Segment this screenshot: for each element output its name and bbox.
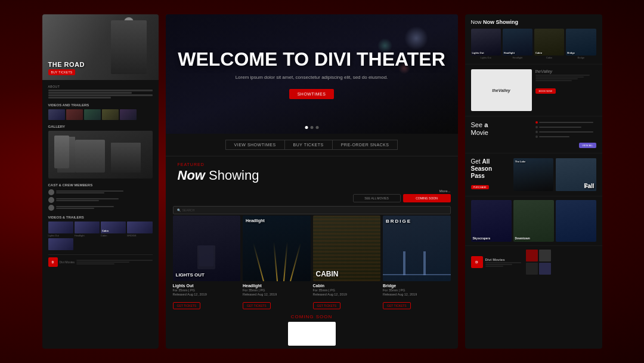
right-movie-label-2: Headlight bbox=[503, 56, 532, 59]
valley-text-lines bbox=[535, 75, 596, 81]
movie-name-bridge: Bridge bbox=[383, 284, 451, 288]
right-thumb-bridge[interactable]: Bridge bbox=[566, 29, 596, 56]
more-section: More... bbox=[166, 189, 458, 194]
movie-poster-cabin[interactable]: Cabin bbox=[313, 216, 381, 281]
right-footer-title: Divi Movies bbox=[485, 258, 521, 262]
showtimes-button[interactable]: SHOWTIMES bbox=[289, 89, 335, 99]
right-the-valley: theValley theValley BOOK NOW bbox=[471, 69, 596, 111]
now-text: Now bbox=[471, 19, 484, 25]
search-bar[interactable]: 🔍 SEARCH bbox=[173, 206, 451, 214]
search-placeholder: SEARCH bbox=[182, 208, 195, 212]
lights-out-title: Lights Out bbox=[176, 272, 205, 278]
get-tickets-cabin[interactable]: GET TICKETS bbox=[313, 302, 341, 309]
bullet bbox=[535, 126, 538, 128]
left-hero-title: THE ROAD bbox=[48, 61, 85, 68]
text-line bbox=[48, 90, 153, 91]
right-thumb-label-4: Bridge bbox=[567, 51, 575, 54]
right-tall-poster-2[interactable]: Downtown bbox=[513, 200, 554, 242]
right-tall-poster-1[interactable]: Skyscrapers bbox=[471, 200, 512, 242]
video-thumb-3[interactable] bbox=[84, 109, 101, 120]
movie-poster-bridge[interactable]: BRDIGE bbox=[383, 216, 451, 281]
see-movie-list bbox=[535, 121, 596, 138]
left-hero-button[interactable]: BUY TICKETS bbox=[48, 69, 76, 75]
vt-col-5 bbox=[48, 238, 73, 251]
hero-subtitle: Lorem ipsum dolor sit amet, consectetur … bbox=[178, 75, 445, 80]
right-thumb-lights-out[interactable]: Lights Out bbox=[471, 29, 501, 56]
cast-avatar-1 bbox=[48, 189, 54, 195]
bridge-tower-right bbox=[423, 251, 426, 275]
vt-thumb-4[interactable] bbox=[127, 222, 152, 233]
cast-info-1 bbox=[56, 190, 153, 194]
movie-date-lights-out: Released Aug 12, 2019 bbox=[173, 293, 241, 296]
see-all-movies-button[interactable]: SEE ALL MOVIES bbox=[353, 194, 401, 202]
cast-member-1 bbox=[48, 189, 153, 195]
right-footer-text: Divi Movies bbox=[485, 258, 521, 267]
preorder-snacks-button[interactable]: PRE-ORDER SNACKS bbox=[333, 140, 398, 150]
video-thumb-2[interactable] bbox=[66, 109, 83, 120]
vt-col-4: BRDIGE bbox=[127, 222, 152, 237]
cast-avatar-2 bbox=[48, 197, 54, 203]
vt-thumb-2[interactable] bbox=[75, 222, 100, 233]
vt-thumb-3[interactable]: Cabin bbox=[101, 222, 126, 233]
more-text: More... bbox=[439, 189, 451, 193]
cast-info-3 bbox=[56, 206, 153, 210]
vt-thumb-5[interactable] bbox=[48, 238, 73, 250]
right-bottom-grid: Skyscrapers Downtown bbox=[465, 196, 602, 245]
get-pass-badge[interactable]: PURCHASE bbox=[471, 185, 489, 189]
hero-dot-3[interactable] bbox=[315, 126, 318, 129]
video-thumb-5[interactable] bbox=[120, 109, 137, 120]
right-movie-label-4: Bridge bbox=[566, 56, 596, 59]
get-tickets-lights-out[interactable]: GET TICKETS bbox=[173, 302, 201, 309]
gallery-image bbox=[48, 131, 153, 179]
get-tickets-bridge[interactable]: GET TICKETS bbox=[383, 302, 411, 309]
valley-text-line bbox=[535, 80, 572, 81]
movie-card-cabin: Cabin Cabin For 35mm | PG Released Aug 1… bbox=[313, 216, 381, 309]
right-thumb-headlight[interactable]: Headlight bbox=[503, 29, 532, 56]
the-lake-poster[interactable]: The Lake bbox=[513, 158, 553, 191]
vt-col-1: Lights Out bbox=[48, 222, 73, 237]
footer-line bbox=[485, 264, 512, 265]
view-showtimes-button[interactable]: VIEW SHOWTIMES bbox=[225, 140, 284, 150]
right-get-pass: Get AllSeasonPass PURCHASE The Lake Fall bbox=[471, 158, 596, 191]
right-see-movie: See aMovie bbox=[471, 121, 596, 148]
middle-hero: WELCOME TO DIVI THEATER Lorem ipsum dolo… bbox=[166, 14, 458, 134]
buy-tickets-button[interactable]: BUY TICKETS bbox=[284, 140, 333, 150]
footer-line bbox=[76, 263, 114, 264]
get-tickets-headlight[interactable]: GET TICKETS bbox=[243, 302, 271, 309]
coming-soon-button[interactable]: COMING SOON bbox=[403, 194, 451, 202]
right-tall-poster-3[interactable] bbox=[556, 200, 596, 242]
right-now-showing-title: Now Now Showing bbox=[471, 19, 596, 25]
right-movie-col-4: Bridge Bridge bbox=[566, 29, 596, 59]
right-footer-logo: D bbox=[471, 256, 483, 268]
lake-title: The Lake bbox=[515, 160, 525, 163]
hero-dot-1[interactable] bbox=[305, 126, 308, 129]
cast-section: Cast & Crew Members bbox=[48, 183, 153, 211]
hero-dot-2[interactable] bbox=[310, 126, 313, 129]
the-valley-section: theValley theValley BOOK NOW bbox=[465, 64, 602, 116]
right-thumb-cabin[interactable]: Cabin bbox=[534, 29, 564, 56]
right-now-showing: Now Now Showing Lights Out Lights Out He… bbox=[465, 14, 602, 64]
cast-info-2 bbox=[56, 198, 153, 202]
movie-poster-headlight[interactable]: Headlight bbox=[243, 216, 311, 281]
bridge-visual bbox=[383, 245, 451, 281]
footer-line bbox=[76, 262, 129, 263]
bullet bbox=[535, 136, 538, 138]
right-movie-label-1: Lights Out bbox=[471, 56, 501, 59]
right-movies-row: Lights Out Lights Out Headlight Headligh… bbox=[471, 29, 596, 59]
movie-poster-lights-out[interactable]: Lights Out bbox=[173, 216, 241, 281]
view-all-button[interactable]: VIEW ALL bbox=[579, 143, 596, 148]
left-body: About Videos and Trailers Gallery bbox=[42, 80, 159, 272]
video-thumb-4[interactable] bbox=[102, 109, 119, 120]
vt-thumb-1[interactable] bbox=[48, 222, 73, 233]
get-pass-info: Get AllSeasonPass PURCHASE bbox=[471, 158, 511, 191]
text-line bbox=[48, 97, 111, 99]
description-label: About bbox=[48, 85, 153, 88]
video-thumb-1[interactable] bbox=[48, 109, 65, 120]
valley-book-button[interactable]: BOOK NOW bbox=[535, 88, 556, 94]
fall-poster[interactable]: Fall bbox=[556, 158, 596, 191]
movies-grid: Lights Out Lights Out For 35mm | PG Rele… bbox=[166, 216, 458, 309]
videos-row bbox=[48, 109, 153, 120]
coming-soon-image bbox=[288, 322, 336, 346]
hero-title: WELCOME TO DIVI THEATER bbox=[178, 49, 445, 70]
cast-name-line bbox=[56, 198, 119, 199]
